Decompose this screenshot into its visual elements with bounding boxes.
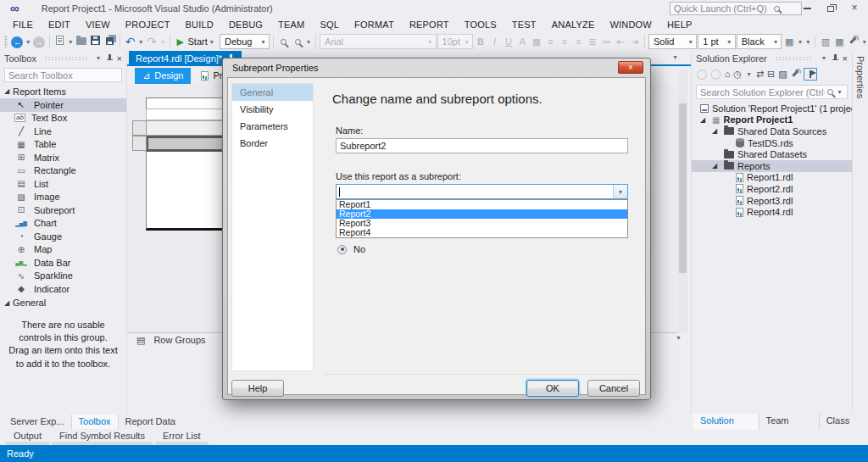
menu-tools[interactable]: TOOLS xyxy=(457,17,504,32)
borders-dropdown[interactable]: ▾ xyxy=(797,38,804,46)
expander-icon[interactable]: ◢ xyxy=(700,116,709,124)
tab-list-dropdown[interactable]: ▾ xyxy=(671,53,679,61)
menu-edit[interactable]: EDIT xyxy=(41,17,78,32)
window-position-dropdown[interactable]: ▾ xyxy=(821,54,828,62)
menu-format[interactable]: FORMAT xyxy=(347,17,402,32)
menu-test[interactable]: TEST xyxy=(504,17,544,32)
tree-item-project[interactable]: ◢ ▦ Report Project1 xyxy=(692,114,852,126)
numbered-list-button[interactable]: ≣ xyxy=(586,33,598,50)
solution-search-box[interactable]: ▾ xyxy=(696,85,848,99)
toolbox-group-report-items[interactable]: ◢ Report Items xyxy=(0,84,126,98)
expander-icon[interactable]: ◢ xyxy=(4,299,13,307)
toolbar-overflow[interactable]: ▾ xyxy=(861,38,868,46)
underline-button[interactable]: U xyxy=(502,33,515,50)
option-report2[interactable]: Report2 xyxy=(337,209,627,219)
tree-item-shared-data-sources[interactable]: ◢ Shared Data Sources xyxy=(692,125,852,137)
start-debug-button[interactable]: Start xyxy=(188,36,208,47)
tab-find-symbol-results[interactable]: Find Symbol Results xyxy=(52,430,153,445)
option-report1[interactable]: Report1 xyxy=(337,200,627,209)
font-family-combo[interactable]: Arial ▾ xyxy=(320,34,436,49)
pin-icon[interactable] xyxy=(832,54,839,63)
menu-view[interactable]: VIEW xyxy=(78,17,118,32)
no-radio-button[interactable] xyxy=(337,245,347,254)
find-in-files-button[interactable] xyxy=(291,33,303,50)
row-handle[interactable] xyxy=(132,136,147,151)
quick-launch-box[interactable] xyxy=(670,2,802,15)
grouping-button[interactable]: ▦ xyxy=(833,33,846,50)
forward-icon[interactable]: ◯ xyxy=(710,67,721,81)
menu-report[interactable]: REPORT xyxy=(402,17,457,32)
start-dropdown[interactable]: ▾ xyxy=(209,38,215,46)
search-dropdown[interactable]: ▾ xyxy=(836,88,843,96)
tab-properties[interactable]: Properties xyxy=(855,56,865,98)
nav-border[interactable]: Border xyxy=(232,135,313,152)
properties-button[interactable] xyxy=(791,69,800,80)
toolbox-item-table[interactable]: ▦Table xyxy=(0,138,126,152)
expander-icon[interactable]: ◢ xyxy=(712,162,721,170)
undo-dropdown[interactable]: ▾ xyxy=(137,38,144,46)
close-icon[interactable]: × xyxy=(843,53,848,64)
toolbar-overflow[interactable]: ▾ xyxy=(804,38,811,46)
back-icon[interactable]: ◯ xyxy=(697,67,707,81)
editor-scrollbar[interactable] xyxy=(678,70,687,332)
tab-output[interactable]: Output xyxy=(6,430,49,445)
new-item-button[interactable] xyxy=(53,33,66,50)
open-file-button[interactable] xyxy=(75,33,87,50)
close-icon[interactable]: × xyxy=(117,53,122,64)
toolbox-item-gauge[interactable]: ◔Gauge xyxy=(0,230,126,243)
pin-icon[interactable] xyxy=(106,54,114,63)
design-view-button[interactable]: ⊿ Design xyxy=(135,68,191,84)
subreport-name-input[interactable] xyxy=(336,138,628,153)
tree-item-solution[interactable]: Solution 'Report Project1' (1 project) xyxy=(692,103,852,114)
toolbox-item-image[interactable]: ▨Image xyxy=(0,191,126,204)
toolbox-item-textbox[interactable]: abText Box xyxy=(0,112,126,125)
menu-file[interactable]: FILE xyxy=(5,17,41,32)
toolbox-search-box[interactable]: ▾ xyxy=(4,68,122,82)
character-spacing-button[interactable]: ▦ xyxy=(530,33,542,50)
close-button[interactable]: × xyxy=(843,0,866,15)
restore-button[interactable] xyxy=(819,0,843,15)
toolbox-item-line[interactable]: ╱Line xyxy=(0,125,126,138)
expander-icon[interactable]: ◢ xyxy=(712,127,721,135)
bold-button[interactable]: B xyxy=(474,33,487,50)
combo-dropdown-button[interactable]: ▾ xyxy=(613,185,627,198)
show-all-files-icon[interactable]: ▨ xyxy=(778,67,787,81)
toolbox-item-indicator[interactable]: ◆Indicator xyxy=(0,282,126,296)
undo-button[interactable]: ↶ xyxy=(124,33,136,50)
minimize-button[interactable] xyxy=(795,0,819,15)
back-dropdown[interactable]: ▾ xyxy=(25,38,31,46)
find-button[interactable] xyxy=(277,33,290,50)
tree-item-report3[interactable]: Report3.rdl xyxy=(692,195,852,207)
search-icon[interactable] xyxy=(774,6,780,12)
toolbox-item-pointer[interactable]: ↖Pointer xyxy=(0,98,126,112)
quick-launch-input[interactable] xyxy=(674,3,774,14)
collapse-all-icon[interactable]: ⊟ xyxy=(767,67,775,81)
border-width-combo[interactable]: 1 pt ▾ xyxy=(698,34,736,49)
nav-general[interactable]: General xyxy=(232,84,313,101)
decrease-indent-button[interactable]: ⇤ xyxy=(614,33,626,50)
redo-dropdown[interactable]: ▾ xyxy=(159,38,166,46)
preview-selected-items-button[interactable] xyxy=(804,68,817,81)
toolbox-search-input[interactable] xyxy=(8,70,129,81)
new-item-dropdown[interactable]: ▾ xyxy=(67,38,74,46)
toolbox-item-sparkline[interactable]: ∿Sparkline xyxy=(0,270,126,283)
tab-error-list[interactable]: Error List xyxy=(155,430,209,445)
pending-changes-dropdown[interactable]: ▾ xyxy=(745,70,753,78)
bulleted-list-button[interactable]: ≔ xyxy=(600,33,613,50)
navigate-forward-button[interactable]: → xyxy=(32,33,45,50)
expander-icon[interactable]: ◢ xyxy=(4,87,13,95)
menu-team[interactable]: TEAM xyxy=(270,17,312,32)
increase-indent-button[interactable]: ⇥ xyxy=(628,33,641,50)
menu-debug[interactable]: DEBUG xyxy=(221,17,270,32)
row-handle[interactable] xyxy=(132,120,147,136)
tree-item-report1[interactable]: Report1.rdl xyxy=(692,172,852,184)
align-left-button[interactable]: ≡ xyxy=(544,33,557,50)
toolbox-item-list[interactable]: ▤List xyxy=(0,177,126,191)
align-center-button[interactable]: ≡ xyxy=(558,33,570,50)
solution-search-input[interactable] xyxy=(700,87,825,97)
menu-build[interactable]: BUILD xyxy=(178,17,221,32)
help-button[interactable]: Help xyxy=(231,380,284,397)
save-button[interactable] xyxy=(89,33,102,50)
dialog-close-button[interactable]: × xyxy=(618,61,643,74)
report-data-button[interactable]: ▥ xyxy=(819,33,832,50)
